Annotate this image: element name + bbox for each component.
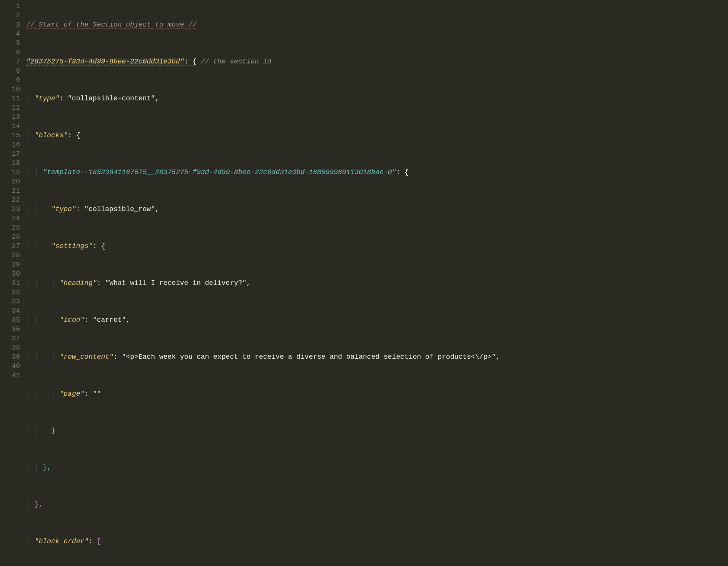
line-number: 4 [0, 29, 20, 38]
line-number: 35 [0, 315, 20, 325]
code-line[interactable]: // Start of the Section object to move /… [26, 20, 728, 29]
line-number: 18 [0, 158, 20, 168]
code-line[interactable]: │ │ │ │ "icon": "carrot", [26, 315, 728, 325]
json-key: "icon" [60, 316, 85, 324]
line-number: 37 [0, 334, 20, 343]
line-number: 3 [0, 20, 20, 29]
line-number: 41 [0, 371, 20, 380]
line-number: 22 [0, 195, 20, 205]
comment-text: // Start of the Section object to move /… [26, 21, 197, 28]
json-key: "block_order" [35, 538, 88, 545]
json-key: "blocks" [35, 132, 68, 139]
line-number-gutter: 1 2 3 4 5 6 7 8 9 10 11 12 13 14 15 16 1… [0, 2, 26, 566]
line-number: 1 [0, 2, 20, 11]
line-number: 21 [0, 186, 20, 195]
code-line[interactable]: │ │ "template--18523841167675__28375275-… [26, 168, 728, 177]
json-brace: }, [35, 501, 43, 508]
line-number: 9 [0, 75, 20, 85]
line-number: 40 [0, 361, 20, 371]
code-line[interactable]: "28375275-f93d-4d99-8bee-22c0dd31e3bd": … [26, 57, 728, 66]
line-number: 12 [0, 103, 20, 112]
json-brace: }, [43, 464, 51, 471]
line-number: 39 [0, 352, 20, 361]
line-number: 13 [0, 112, 20, 122]
line-number: 6 [0, 48, 20, 57]
code-line[interactable]: │ │ │ │ "row_content": "<p>Each week you… [26, 352, 728, 361]
line-number: 19 [0, 168, 20, 177]
code-editor[interactable]: 1 2 3 4 5 6 7 8 9 10 11 12 13 14 15 16 1… [0, 0, 728, 566]
line-number: 34 [0, 306, 20, 315]
json-key: "row_content" [60, 353, 114, 361]
line-number: 16 [0, 140, 20, 149]
line-number: 32 [0, 288, 20, 297]
comment-text: // the section id [197, 58, 271, 65]
line-number: 26 [0, 232, 20, 241]
json-string: "carrot" [93, 316, 126, 324]
json-punc: : { [184, 58, 196, 65]
line-number: 28 [0, 251, 20, 260]
line-number: 23 [0, 205, 20, 214]
code-line[interactable]: │ "blocks": { [26, 131, 728, 140]
json-key: "heading" [60, 279, 97, 287]
json-key: "page" [60, 390, 85, 398]
line-number: 20 [0, 177, 20, 186]
line-number: 15 [0, 131, 20, 140]
line-number: 25 [0, 223, 20, 232]
line-number: 33 [0, 297, 20, 306]
json-key: "28375275-f93d-4d99-8bee-22c0dd31e3bd" [26, 58, 184, 65]
line-number: 11 [0, 94, 20, 103]
line-number: 8 [0, 66, 20, 75]
line-number: 5 [0, 38, 20, 48]
code-content[interactable]: // Start of the Section object to move /… [26, 2, 728, 566]
line-number: 17 [0, 149, 20, 158]
line-number: 14 [0, 122, 20, 131]
line-number: 29 [0, 260, 20, 269]
code-line[interactable]: │ │ │ │ "heading": "What will I receive … [26, 278, 728, 288]
json-key: "settings" [51, 242, 93, 250]
line-number: 24 [0, 214, 20, 223]
code-line[interactable]: │ │ │ "type": "collapsible_row", [26, 205, 728, 214]
line-number: 36 [0, 325, 20, 334]
line-number: 38 [0, 343, 20, 352]
json-string: "What will I receive in delivery?" [105, 279, 246, 287]
json-key: "type" [51, 205, 76, 213]
code-line[interactable]: │ }, [26, 500, 728, 509]
line-number: 7 [0, 57, 20, 66]
json-string: "" [93, 390, 101, 398]
json-brace: } [51, 427, 55, 434]
line-number: 30 [0, 269, 20, 278]
code-line[interactable]: │ "block_order": [ [26, 537, 728, 546]
line-number: 27 [0, 241, 20, 251]
json-string: "collapsible-content" [68, 95, 155, 102]
code-line[interactable]: │ │ │ } [26, 426, 728, 435]
line-number: 10 [0, 85, 20, 94]
line-number: 2 [0, 11, 20, 20]
code-line[interactable]: │ │ }, [26, 463, 728, 472]
code-line[interactable]: │ │ │ │ "page": "" [26, 389, 728, 398]
json-key: "type" [35, 95, 60, 102]
json-string: "collapsible_row" [84, 205, 155, 213]
json-string: "<p>Each week you can expect to receive … [122, 353, 496, 361]
json-key: "template--18523841167675__28375275-f93d… [43, 168, 396, 176]
line-number: 31 [0, 278, 20, 288]
code-line[interactable]: │ "type": "collapsible-content", [26, 94, 728, 103]
code-line[interactable]: │ │ │ "settings": { [26, 241, 728, 251]
